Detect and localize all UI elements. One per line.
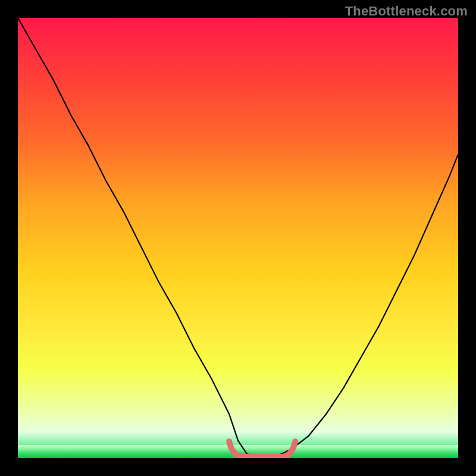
- optimal-bump: [229, 441, 295, 457]
- chart-frame: TheBottleneck.com: [0, 0, 476, 476]
- bottleneck-curve: [18, 18, 458, 458]
- curve-svg: [18, 18, 458, 458]
- watermark-text: TheBottleneck.com: [345, 4, 468, 19]
- plot-area: [18, 18, 458, 458]
